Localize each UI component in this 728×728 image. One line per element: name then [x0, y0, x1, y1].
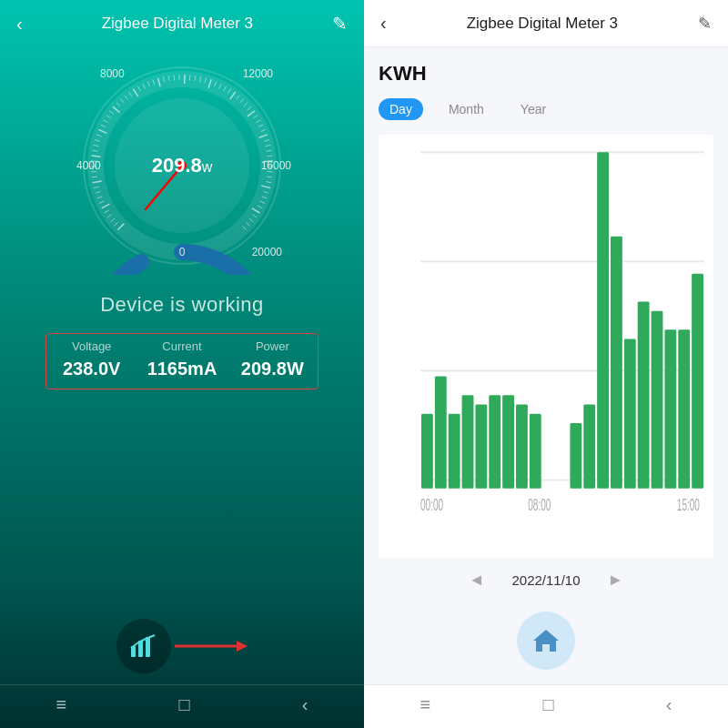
home-icon: [532, 628, 560, 653]
svg-rect-103: [489, 395, 500, 489]
gauge-container: 209.8w 0 4000 8000 12000 16000 20000: [73, 56, 291, 275]
svg-rect-104: [502, 395, 514, 489]
left-header-title: Zigbee Digital Meter 3: [102, 15, 253, 33]
svg-rect-87: [146, 637, 150, 657]
svg-rect-109: [597, 152, 609, 489]
svg-marker-89: [237, 641, 248, 652]
date-next-button[interactable]: ►: [608, 571, 624, 590]
right-nav-back[interactable]: ‹: [666, 694, 672, 715]
left-panel: ‹ Zigbee Digital Meter 3 ✎: [0, 0, 364, 728]
date-nav: ◄ 2022/11/10 ►: [379, 558, 713, 602]
svg-rect-111: [624, 339, 636, 489]
chart-icon: [129, 633, 158, 659]
tab-month[interactable]: Month: [438, 98, 495, 120]
svg-text:15:00: 15:00: [677, 496, 700, 514]
date-prev-button[interactable]: ◄: [469, 571, 485, 590]
left-bottom-nav: ≡ □ ‹: [0, 684, 364, 728]
power-header: Power: [228, 334, 318, 357]
chart-arrow-container: [116, 619, 248, 673]
right-nav-menu[interactable]: ≡: [420, 694, 431, 715]
svg-text:00:00: 00:00: [420, 496, 443, 514]
svg-rect-102: [475, 404, 487, 488]
red-arrow-icon: [175, 638, 248, 654]
left-back-button[interactable]: ‹: [16, 14, 23, 35]
svg-rect-101: [462, 395, 474, 489]
current-value: 1165mA: [136, 357, 227, 389]
tab-day[interactable]: Day: [379, 98, 423, 120]
bar-chart: 0.360 0.240 0.120 0.000 00:00 08:00 15:0…: [420, 144, 704, 531]
date-value: 2022/11/10: [511, 572, 580, 588]
right-nav-home[interactable]: □: [542, 694, 553, 715]
svg-rect-100: [449, 414, 460, 489]
svg-rect-108: [583, 404, 595, 488]
gauge-svg: [73, 56, 291, 275]
left-nav-menu[interactable]: ≡: [56, 694, 67, 715]
home-section: [379, 602, 713, 684]
left-header: ‹ Zigbee Digital Meter 3 ✎: [0, 0, 364, 47]
svg-rect-98: [421, 414, 433, 489]
right-panel: ‹ Zigbee Digital Meter 3 ✎ KWH Day Month…: [364, 0, 728, 728]
svg-rect-107: [570, 423, 581, 489]
voltage-header: Voltage: [46, 334, 136, 357]
left-nav-back[interactable]: ‹: [302, 694, 308, 715]
svg-rect-115: [678, 329, 690, 489]
right-back-button[interactable]: ‹: [380, 13, 387, 34]
svg-rect-106: [530, 414, 541, 489]
svg-rect-105: [516, 404, 528, 488]
chart-area: 0.360 0.240 0.120 0.000 00:00 08:00 15:0…: [379, 135, 713, 558]
left-nav-home[interactable]: □: [178, 694, 189, 715]
svg-rect-113: [652, 311, 663, 489]
left-edit-button[interactable]: ✎: [332, 13, 348, 35]
power-value: 209.8W: [228, 357, 318, 389]
right-bottom-nav: ≡ □ ‹: [364, 684, 728, 728]
stats-box: Voltage Current Power 238.0V 1165mA 209.…: [46, 333, 318, 389]
tab-year[interactable]: Year: [510, 98, 557, 120]
right-content: KWH Day Month Year 0.360 0.240 0.120 0.0…: [364, 47, 728, 684]
svg-rect-116: [692, 274, 703, 489]
kwh-title: KWH: [379, 62, 713, 86]
svg-rect-112: [638, 301, 650, 488]
svg-marker-120: [533, 630, 559, 652]
device-status: Device is working: [100, 293, 264, 317]
voltage-value: 238.0V: [46, 357, 136, 389]
right-edit-button[interactable]: ✎: [698, 14, 712, 34]
svg-point-4: [177, 161, 187, 170]
right-header: ‹ Zigbee Digital Meter 3 ✎: [364, 0, 728, 47]
svg-rect-99: [435, 377, 447, 489]
svg-text:08:00: 08:00: [528, 496, 551, 514]
tabs-container: Day Month Year: [379, 98, 713, 120]
current-header: Current: [136, 334, 227, 357]
home-button[interactable]: [517, 612, 575, 670]
svg-rect-110: [611, 237, 622, 489]
right-header-title: Zigbee Digital Meter 3: [467, 15, 618, 33]
svg-rect-114: [664, 329, 676, 489]
chart-button[interactable]: [116, 619, 171, 673]
